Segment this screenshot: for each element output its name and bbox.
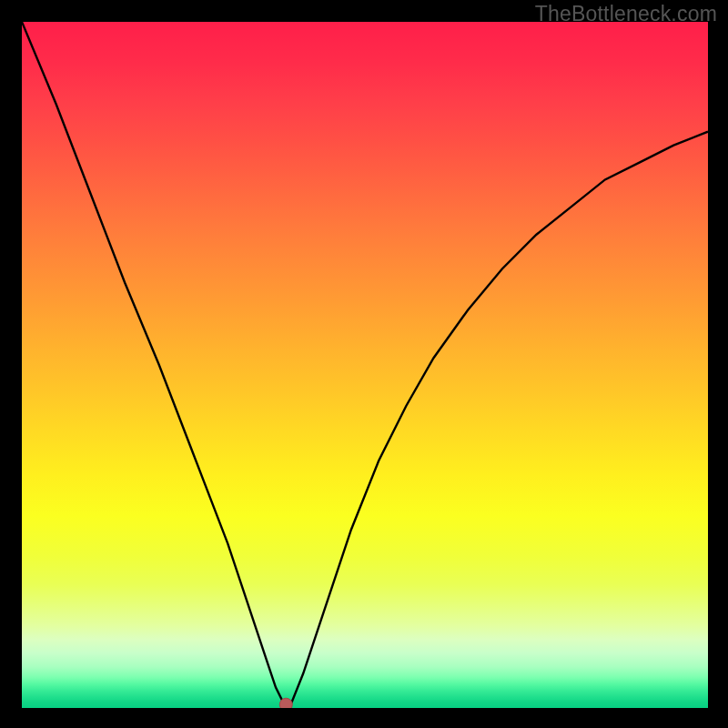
watermark-text: TheBottleneck.com [535, 2, 717, 26]
curve-layer [22, 22, 708, 708]
bottleneck-curve [22, 22, 708, 708]
chart-container: TheBottleneck.com [0, 0, 728, 728]
plot-area [22, 22, 708, 708]
optimal-point-marker [279, 698, 292, 708]
